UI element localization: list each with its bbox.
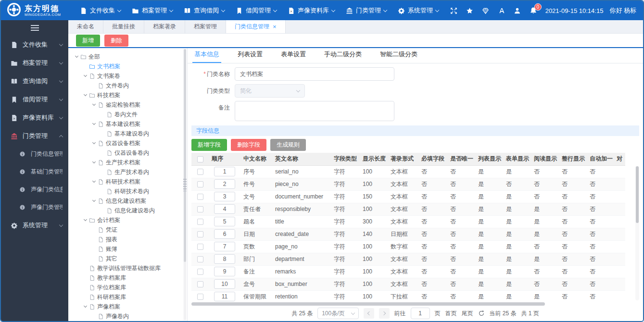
tree-node[interactable]: 生产技术档案 bbox=[69, 158, 183, 167]
tree-expand-icon[interactable] bbox=[90, 200, 98, 201]
order-input[interactable] bbox=[214, 229, 235, 239]
font-size-icon[interactable] bbox=[498, 7, 505, 14]
last-page-link[interactable]: 尾页 bbox=[462, 310, 473, 318]
table-vertical-scrollbar[interactable] bbox=[635, 166, 639, 300]
tree-expand-icon[interactable] bbox=[82, 306, 89, 307]
category-type-select[interactable]: 简化 bbox=[235, 84, 305, 98]
tree-node[interactable]: 仪器设备卷内 bbox=[69, 148, 183, 158]
gem-icon[interactable] bbox=[482, 7, 490, 14]
order-input[interactable] bbox=[214, 192, 235, 201]
tree-node[interactable]: 教学档案库 bbox=[69, 273, 183, 283]
sidebar-item[interactable]: 档案管理 bbox=[1, 54, 68, 72]
tree-node[interactable]: 报表 bbox=[69, 235, 183, 244]
prev-page-button[interactable] bbox=[364, 308, 374, 319]
sidebar-item[interactable]: 查询借阅 bbox=[1, 72, 68, 90]
row-checkbox[interactable] bbox=[197, 181, 203, 187]
order-input[interactable] bbox=[214, 242, 235, 251]
tree-node[interactable]: 基本建设卷内 bbox=[69, 129, 183, 138]
delete-button[interactable]: 删除 bbox=[104, 35, 128, 47]
tree-node[interactable]: 会计档案 bbox=[69, 215, 183, 225]
detail-tab[interactable]: 基本信息 bbox=[194, 50, 219, 63]
sidebar-subitem[interactable]: 声像门类管理 bbox=[1, 198, 68, 216]
sidebar-item[interactable]: 门类管理 bbox=[1, 127, 68, 145]
tree-node[interactable]: 基本建设档案 bbox=[69, 119, 183, 129]
order-input[interactable] bbox=[214, 279, 235, 289]
scrollbar-thumb[interactable] bbox=[191, 302, 545, 306]
tree-node[interactable]: 账簿 bbox=[69, 244, 183, 254]
tree-expand-icon[interactable] bbox=[73, 56, 80, 57]
tree-expand-icon[interactable] bbox=[90, 143, 98, 144]
tree-node[interactable]: 科研技术档案 bbox=[69, 177, 183, 186]
delete-field-button[interactable]: 删除字段 bbox=[231, 139, 266, 151]
row-checkbox[interactable] bbox=[197, 269, 203, 275]
page-size-select[interactable]: 100条/页 bbox=[317, 308, 358, 319]
tree-expand-icon[interactable] bbox=[90, 162, 98, 163]
order-input[interactable] bbox=[214, 267, 235, 276]
tree-node[interactable]: 其它 bbox=[69, 254, 183, 263]
goto-page-input[interactable] bbox=[411, 308, 430, 319]
tree-expand-icon[interactable] bbox=[82, 75, 89, 76]
generate-rule-button[interactable]: 生成规则 bbox=[270, 139, 306, 151]
row-checkbox[interactable] bbox=[197, 294, 203, 300]
topnav-item[interactable]: 查询借阅 bbox=[184, 6, 225, 15]
add-field-button[interactable]: 新增字段 bbox=[191, 139, 227, 151]
row-checkbox[interactable] bbox=[197, 281, 203, 287]
sidebar-item[interactable]: 系统管理 bbox=[1, 216, 68, 235]
select-all-checkbox[interactable] bbox=[197, 156, 203, 162]
tree-node[interactable]: 声像档案 bbox=[69, 302, 183, 311]
row-checkbox[interactable] bbox=[197, 219, 203, 225]
order-input[interactable] bbox=[214, 217, 235, 226]
row-checkbox[interactable] bbox=[197, 169, 203, 175]
tree-expand-icon[interactable] bbox=[90, 124, 98, 124]
order-input[interactable] bbox=[214, 204, 235, 214]
tree-scrollbar[interactable] bbox=[183, 48, 188, 321]
row-checkbox[interactable] bbox=[197, 256, 203, 262]
detail-tab[interactable]: 列表设置 bbox=[238, 50, 263, 63]
topnav-item[interactable]: 文件收集 bbox=[80, 6, 121, 15]
close-icon[interactable]: × bbox=[273, 25, 277, 29]
tree-node[interactable]: 卷内文件 bbox=[69, 110, 183, 119]
topnav-item[interactable]: 门类管理 bbox=[346, 6, 387, 15]
topnav-item[interactable]: 系统管理 bbox=[398, 6, 439, 15]
sidebar-subitem[interactable]: 门类信息管理 bbox=[1, 145, 68, 163]
order-input[interactable] bbox=[214, 167, 235, 176]
star-icon[interactable] bbox=[466, 7, 474, 14]
tree-node[interactable]: 学位档案库 bbox=[69, 283, 183, 292]
tree-node[interactable]: 教学训练管理基础数据库 bbox=[69, 263, 183, 273]
topnav-item[interactable]: 声像资料库 bbox=[288, 6, 335, 15]
row-checkbox[interactable] bbox=[197, 206, 203, 212]
tree-node[interactable]: 文件卷内 bbox=[69, 81, 183, 90]
order-input[interactable] bbox=[214, 292, 235, 301]
bell-icon[interactable]: 0 bbox=[530, 7, 537, 14]
sidebar-item[interactable]: 借阅管理 bbox=[1, 90, 68, 109]
table-horizontal-scrollbar[interactable] bbox=[191, 302, 639, 306]
scrollbar-thumb[interactable] bbox=[636, 166, 639, 223]
sidebar-subitem[interactable]: 声像门类信息 bbox=[1, 181, 68, 198]
splitter-grip-icon[interactable] bbox=[183, 179, 187, 191]
tree-node[interactable]: 声像卷内 bbox=[69, 311, 183, 321]
tree-node[interactable]: 生产技术卷内 bbox=[69, 167, 183, 177]
category-name-input[interactable] bbox=[235, 67, 394, 81]
workspace-tab[interactable]: 未命名 bbox=[68, 20, 103, 33]
tree-node[interactable]: 全部 bbox=[69, 52, 183, 62]
first-page-link[interactable]: 首页 bbox=[445, 310, 457, 318]
row-checkbox[interactable] bbox=[197, 231, 203, 237]
row-checkbox[interactable] bbox=[197, 244, 203, 250]
tree-node[interactable]: 文书案卷 bbox=[69, 71, 183, 81]
tree-node[interactable]: 科研档案库 bbox=[69, 292, 183, 302]
workspace-tab[interactable]: 档案著录 bbox=[144, 20, 185, 33]
workspace-tab[interactable]: 批量挂接 bbox=[103, 20, 144, 33]
tree-expand-icon[interactable] bbox=[82, 95, 89, 96]
collapse-sidebar-button[interactable] bbox=[1, 20, 68, 36]
next-page-button[interactable] bbox=[379, 308, 390, 319]
tree-node[interactable]: 科研技术卷内 bbox=[69, 186, 183, 196]
tree-node[interactable]: 科技档案 bbox=[69, 90, 183, 100]
fullscreen-icon[interactable] bbox=[450, 7, 458, 14]
tree-node[interactable]: 文书档案 bbox=[69, 62, 183, 71]
topnav-item[interactable]: 档案管理 bbox=[132, 6, 173, 15]
workspace-tab[interactable]: 档案管理 bbox=[185, 20, 226, 33]
tree-node[interactable]: 信息化建设卷内 bbox=[69, 206, 183, 215]
order-input[interactable] bbox=[214, 254, 235, 264]
topnav-item[interactable]: 借阅管理 bbox=[236, 6, 277, 15]
remark-textarea[interactable] bbox=[235, 101, 394, 121]
